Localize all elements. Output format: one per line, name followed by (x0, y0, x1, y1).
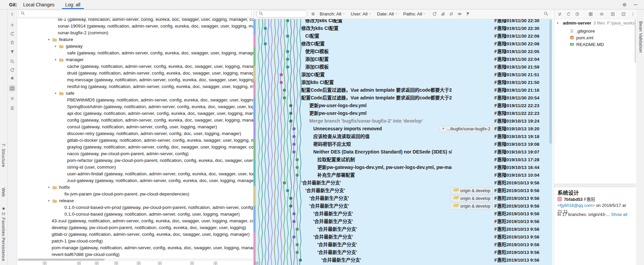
tool-stripe-label[interactable]: ★ 2: Favorites (1, 206, 6, 236)
tool-stripe-label[interactable]: 7: Structure (1, 143, 6, 167)
branch-row[interactable]: SpringBootAdmin (gateway, notification, … (17, 103, 253, 110)
tool-window-icon[interactable] (157, 261, 163, 265)
tool-window-icon[interactable] (94, 261, 100, 265)
show-all-link[interactable]: Show all (611, 212, 627, 217)
branch-row[interactable]: mq-message (gateway, notification, admin… (17, 77, 253, 83)
hide-icon[interactable] (633, 2, 639, 8)
delete-icon[interactable] (9, 39, 15, 45)
star-icon[interactable] (9, 75, 15, 81)
eye-icon[interactable] (457, 11, 462, 16)
filter-date[interactable]: Date: All (377, 11, 398, 16)
branch-row[interactable]: patch-1 (pw-cloud-config) (17, 238, 253, 245)
branch-group-row[interactable]: ▾gateway (17, 43, 253, 50)
branch-row[interactable]: druid (gateway, notification, admin-serv… (17, 70, 253, 77)
commit-row[interactable]: '合并最新生产分支'F惠阳2019/10/13 9:56 (254, 241, 552, 249)
preview-diff-icon[interactable] (9, 85, 15, 91)
commit-row[interactable]: 添加k8s CI配置F惠阳2019/11/30 21:50 (254, 79, 552, 86)
commit-row[interactable]: 修改CI配置F惠阳2019/11/30 22:08 (254, 40, 552, 48)
commit-row[interactable]: 应该检查从流读取返回的值F惠阳2019/10/13 19:18 (254, 133, 552, 140)
sort-icon[interactable] (449, 11, 454, 16)
branch-row[interactable]: sonar-bugfix-2 (common) (17, 30, 253, 36)
branch-row[interactable]: sonar-190914 (gateway, notification, adm… (17, 23, 253, 30)
branch-row[interactable]: user-admin-findall (gateway, notificatio… (17, 171, 253, 177)
tool-window-icon[interactable] (42, 261, 48, 265)
commit-row[interactable]: 修改为k8s CI配置F惠阳2019/11/30 22:30 (254, 25, 552, 32)
flatten-icon[interactable] (599, 11, 605, 17)
settings-icon[interactable] (622, 2, 628, 8)
changed-file-row[interactable]: mpom.xml (554, 35, 636, 41)
branch-row[interactable]: 0.1.0-consul-based (gateway, notificatio… (17, 211, 253, 218)
commit-row[interactable]: '合并最新生产分支'F惠阳2019/10/13 9:56 (254, 210, 552, 218)
branch-row[interactable]: gitlab-ci (gateway, notification, admin-… (17, 231, 253, 238)
changed-files-root[interactable]: ▾ admin-server3 filesF:\java_worksp... (554, 20, 636, 27)
commit-row[interactable]: 添加CI模板F惠阳2019/11/30 21:59 (254, 63, 552, 71)
more-icon[interactable] (630, 11, 636, 17)
commit-row[interactable]: Merge branch 'bugfix/sonar-bugfix-2' int… (254, 117, 552, 125)
commit-row[interactable]: '合并最新生产分支'F惠阳2019/10/13 9:56 (254, 225, 552, 233)
commit-row[interactable]: 添加CI配置F惠阳2019/11/30 22:04 (254, 55, 552, 63)
commit-row[interactable]: '合并最新生产分支'F惠阳2019/10/13 9:56 (254, 218, 552, 225)
branch-row[interactable]: string-id (user, common) (17, 164, 253, 171)
tool-window-icon[interactable] (136, 261, 142, 265)
changed-file-row[interactable]: MREADME.MD (554, 41, 636, 48)
branch-row[interactable]: config (gateway, notification, admin-ser… (17, 117, 253, 124)
commit-row[interactable]: 更新pw-user-logs-dev.ymlF惠阳2019/11/22 22:2… (254, 109, 552, 117)
branch-row[interactable]: gitlab-ci-docker (gateway, notification,… (17, 137, 253, 144)
branch-group-row[interactable]: ▾feature (17, 36, 253, 43)
refresh-icon[interactable] (432, 11, 437, 16)
filter-user[interactable]: User: All (351, 11, 372, 16)
tool-stripe-label[interactable]: Persistence (1, 237, 6, 261)
cherry-pick-icon[interactable] (440, 11, 445, 16)
tool-window-icon[interactable] (254, 261, 260, 265)
add-icon[interactable] (9, 22, 15, 28)
changed-file-row[interactable]: .gitignore (554, 28, 636, 35)
filter-settings-icon[interactable] (311, 11, 316, 16)
filter-paths[interactable]: Paths: All (403, 11, 426, 16)
commit-row[interactable]: 配置Code后置过滤器，Vue admin template 要求返回的code… (254, 86, 552, 94)
tab-local-changes[interactable]: Local Changes (18, 0, 59, 9)
branch-row[interactable]: PBEWithMD5 (gateway, notification, admin… (17, 97, 253, 103)
branch-group-row[interactable]: ▾safe (17, 90, 253, 97)
author-email-link[interactable]: <fjy8018@qq.com> (557, 203, 595, 208)
branch-group-row[interactable]: ▾manager (17, 56, 253, 63)
branch-row[interactable]: graylog (gateway, notification, admin-se… (17, 144, 253, 150)
commit-hash[interactable]: 7bfabd53 (564, 197, 583, 202)
filter-icon[interactable] (9, 49, 15, 55)
vertical-scrollbar[interactable] (635, 19, 636, 63)
branch-row[interactable]: restful-log (gateway, notification, admi… (17, 83, 253, 90)
commit-row[interactable]: 拉取配置重试机制F惠阳2019/10/13 17:28 (254, 156, 552, 164)
horizontal-scrollbar[interactable] (17, 258, 253, 261)
expand-all-icon[interactable] (610, 11, 616, 17)
branch-row[interactable]: 0.1.0-consol-based-vm-prod (gateway, pw-… (17, 204, 253, 211)
commit-row[interactable]: Unnecessary imports removed.../bugfix/so… (254, 125, 552, 133)
tool-window-icon[interactable] (190, 261, 195, 265)
commit-row[interactable]: 密码密钥不应太短F惠阳2019/10/13 19:08 (254, 140, 552, 148)
back-icon[interactable] (9, 11, 15, 17)
search-icon[interactable] (543, 11, 548, 17)
tool-stripe-label[interactable]: Web (1, 188, 6, 197)
branch-row[interactable]: 43-zuul (gateway, notification, admin-se… (17, 218, 253, 224)
changelist-icon[interactable] (9, 95, 15, 101)
branch-row[interactable]: revert-baf67d88 (pw-cloud-config) (17, 251, 253, 258)
branch-row[interactable]: zuul-gateway (gateway, notification, adm… (17, 177, 253, 184)
branch-row[interactable]: develop (gateway, pw-cloud-pom-parent, n… (17, 224, 253, 231)
commit-row[interactable]: '合并最新生产分支'F惠阳2019/10/13 9:56 (254, 233, 552, 241)
branch-row[interactable]: cache (gateway, notification, admin-serv… (17, 63, 253, 70)
commit-row[interactable]: '合并最新生产分支'origin & developF惠阳2019/10/13 … (254, 202, 552, 210)
compare-icon[interactable] (557, 11, 563, 17)
commit-row[interactable]: CI配置F惠阳2019/11/30 22:08 (254, 32, 552, 40)
commit-row[interactable]: '合并最新生产分支'F惠阳2019/10/13 9:56 (254, 249, 552, 256)
tool-window-icon[interactable] (114, 261, 119, 265)
branch-row[interactable]: fix-jvm-param (pw-cloud-pom-parent, pw-c… (17, 191, 253, 197)
commit-row[interactable]: '合并最新生产分支'F惠阳2019/10/13 9:56 (254, 256, 552, 264)
commit-row[interactable]: '合并最新生产分支'origin & developF惠阳2019/10/13 … (254, 187, 552, 194)
branch-group-row[interactable]: ▾hotfix (17, 184, 253, 191)
scrollbar-thumb[interactable] (18, 259, 105, 261)
branch-row[interactable]: safe (gateway, notification, admin-serve… (17, 50, 253, 56)
commit-row[interactable]: 配置Code后置过滤器，Vue admin template 要求返回的code… (254, 94, 552, 102)
commit-row[interactable]: 更新pw-user-logs-dev.ymlF惠阳2019/11/22 22:2… (254, 102, 552, 109)
commit-row[interactable]: 使用CI模板F惠阳2019/11/30 22:05 (254, 48, 552, 55)
filter-branch[interactable]: Branch: All (320, 11, 345, 16)
commit-row[interactable]: 更新pw-gateway-logs-dev.yml, pw-user-logs-… (254, 164, 552, 171)
commit-row[interactable]: '合并最新生产分支'F惠阳2019/10/13 9:56 (254, 179, 552, 187)
